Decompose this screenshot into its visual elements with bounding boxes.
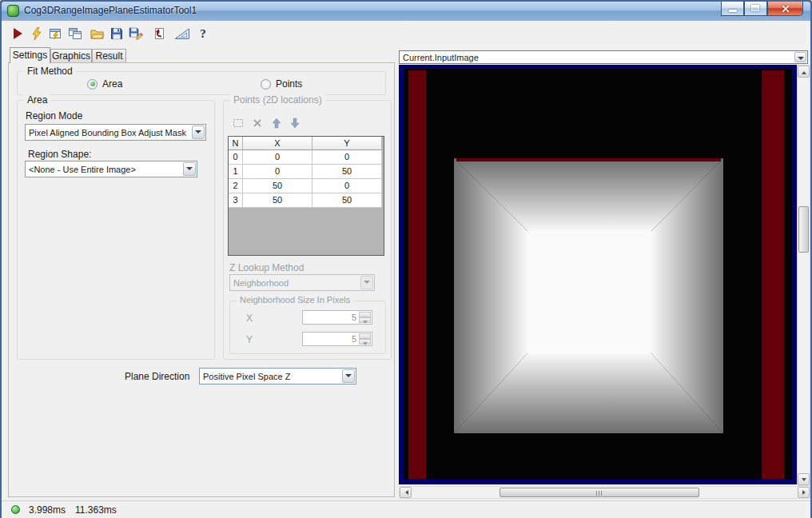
grid-row-3[interactable]: 3 50 50 bbox=[229, 193, 384, 208]
maximize-button[interactable] bbox=[744, 2, 767, 16]
app-window: Cog3DRangeImagePlaneEstimatorTool1 bbox=[0, 0, 812, 518]
save-as-button[interactable] bbox=[126, 24, 145, 43]
scroll-down-button[interactable] bbox=[798, 473, 810, 485]
tab-graphics-label: Graphics bbox=[52, 50, 90, 62]
region-shape-combo[interactable]: <None - Use Entire Image> bbox=[25, 161, 197, 177]
region-shape-dropdown-icon[interactable] bbox=[183, 162, 196, 176]
scroll-up-button[interactable] bbox=[798, 66, 810, 78]
run-continuous-button[interactable] bbox=[27, 24, 46, 43]
region-shape-label: Region Shape: bbox=[28, 149, 91, 160]
fit-method-group: Fit Method Area Points bbox=[17, 71, 386, 95]
fit-method-points-option[interactable]: Points bbox=[261, 78, 302, 90]
spin-down-icon[interactable] bbox=[359, 317, 371, 323]
close-button[interactable] bbox=[767, 2, 803, 16]
grid-cell-n[interactable]: 0 bbox=[229, 150, 243, 165]
window-lightning-icon bbox=[49, 27, 63, 40]
status-bar: 3.998ms 11.363ms bbox=[2, 500, 810, 518]
open-file-button[interactable] bbox=[88, 24, 107, 43]
save-button[interactable] bbox=[107, 24, 126, 43]
image-vertical-scrollbar[interactable] bbox=[797, 65, 810, 486]
tool-status-led-icon bbox=[11, 505, 20, 514]
grid-col-header-y[interactable]: Y bbox=[312, 137, 382, 150]
minimize-button[interactable] bbox=[721, 2, 744, 16]
grid-cell-x[interactable]: 50 bbox=[243, 193, 312, 208]
tab-settings[interactable]: Settings bbox=[10, 47, 50, 63]
grid-cell-n[interactable]: 3 bbox=[229, 193, 243, 208]
image-source-dropdown-icon[interactable] bbox=[794, 52, 806, 62]
revert-button[interactable] bbox=[149, 24, 168, 43]
area-group: Area Region Mode Pixel Aligned Bounding … bbox=[17, 100, 215, 360]
grid-cell-y[interactable]: 0 bbox=[312, 179, 382, 193]
grid-cell-x[interactable]: 0 bbox=[243, 150, 312, 165]
save-edit-icon bbox=[129, 27, 143, 40]
spinner-buttons bbox=[359, 312, 371, 323]
area-radio-label: Area bbox=[102, 78, 122, 90]
grid-cell-x[interactable]: 0 bbox=[243, 165, 312, 179]
neighborhood-group: Neighborhood Size In Pixels X 5 Y 5 bbox=[229, 301, 386, 354]
z-lookup-label: Z Lookup Method bbox=[229, 262, 304, 273]
help-button[interactable]: ? bbox=[193, 24, 213, 43]
open-folder-icon bbox=[90, 27, 105, 40]
measure-tool-button[interactable] bbox=[173, 24, 192, 43]
copy-window-icon bbox=[68, 27, 82, 40]
run-icon bbox=[11, 27, 24, 40]
save-icon bbox=[110, 27, 123, 40]
titlebar[interactable]: Cog3DRangeImagePlaneEstimatorTool1 bbox=[2, 2, 810, 22]
area-radio[interactable] bbox=[87, 79, 98, 90]
tab-graphics[interactable]: Graphics bbox=[50, 49, 92, 62]
image-source-combo[interactable]: Current.InputImage bbox=[399, 50, 808, 64]
revert-page-icon bbox=[151, 27, 165, 40]
z-lookup-dropdown-icon bbox=[360, 276, 373, 289]
grid-cell-y[interactable]: 50 bbox=[312, 165, 382, 179]
neighborhood-x-spinner[interactable]: 5 bbox=[302, 310, 372, 325]
points-group-label: Points (2D locations) bbox=[230, 94, 325, 106]
points-grid[interactable]: N X Y 0 0 0 1 0 50 2 50 0 bbox=[228, 136, 384, 256]
spin-up-icon[interactable] bbox=[359, 312, 371, 317]
grid-row-1[interactable]: 1 0 50 bbox=[229, 165, 384, 179]
grid-row-2[interactable]: 2 50 0 bbox=[229, 179, 384, 193]
run-button[interactable] bbox=[8, 24, 27, 43]
settings-page: Fit Method Area Points Area Region Mode … bbox=[8, 62, 395, 497]
z-lookup-combo[interactable]: Neighborhood bbox=[229, 274, 375, 291]
fit-method-area-option[interactable]: Area bbox=[87, 78, 122, 90]
points-radio[interactable] bbox=[261, 79, 271, 90]
spin-up-icon[interactable] bbox=[359, 333, 371, 339]
grid-col-header-x[interactable]: X bbox=[243, 137, 312, 150]
plane-direction-dropdown-icon[interactable] bbox=[342, 369, 355, 383]
grid-cell-n[interactable]: 2 bbox=[229, 179, 243, 193]
grid-col-header-n[interactable]: N bbox=[229, 137, 243, 150]
grid-row-0[interactable]: 0 0 0 bbox=[229, 150, 384, 165]
region-mode-combo[interactable]: Pixel Aligned Bounding Box Adjust Mask bbox=[25, 124, 206, 141]
image-horizontal-scrollbar[interactable] bbox=[399, 486, 810, 499]
marquee-icon bbox=[233, 118, 244, 129]
move-point-up-button[interactable] bbox=[269, 115, 285, 131]
delete-point-button[interactable] bbox=[249, 115, 265, 131]
plane-direction-combo[interactable]: Positive Pixel Space Z bbox=[199, 368, 356, 385]
svg-text:?: ? bbox=[200, 27, 206, 40]
scroll-left-button[interactable] bbox=[400, 487, 412, 498]
set-square-icon bbox=[174, 27, 190, 40]
neighborhood-y-label: Y bbox=[246, 334, 253, 345]
move-point-down-button[interactable] bbox=[287, 115, 303, 131]
tab-result[interactable]: Result bbox=[92, 49, 126, 62]
window-title: Cog3DRangeImagePlaneEstimatorTool1 bbox=[24, 5, 197, 16]
neighborhood-group-label: Neighborhood Size In Pixels bbox=[237, 295, 353, 305]
select-points-button[interactable] bbox=[230, 115, 246, 131]
neighborhood-y-spinner[interactable]: 5 bbox=[302, 332, 372, 346]
grid-cell-y[interactable]: 0 bbox=[312, 150, 382, 165]
copy-results-button[interactable] bbox=[66, 24, 85, 43]
horizontal-scroll-thumb[interactable] bbox=[500, 488, 699, 497]
range-image[interactable] bbox=[399, 65, 797, 484]
grid-cell-x[interactable]: 50 bbox=[243, 179, 312, 193]
scroll-right-button[interactable] bbox=[798, 487, 810, 498]
app-icon bbox=[7, 5, 19, 17]
run-window-button[interactable] bbox=[46, 24, 66, 43]
vertical-scroll-thumb[interactable] bbox=[798, 206, 809, 253]
grid-cell-n[interactable]: 1 bbox=[229, 165, 243, 179]
grid-cell-y[interactable]: 50 bbox=[312, 193, 382, 208]
region-mode-dropdown-icon[interactable] bbox=[192, 126, 205, 139]
tab-result-label: Result bbox=[95, 50, 122, 62]
area-group-label: Area bbox=[24, 94, 50, 106]
image-display-area[interactable] bbox=[399, 65, 797, 484]
spin-down-icon[interactable] bbox=[359, 339, 371, 345]
